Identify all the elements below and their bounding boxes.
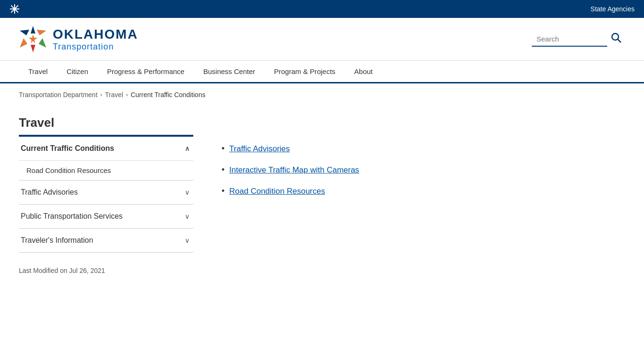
list-item-traffic-map: Interactive Traffic Map with Cameras [222,165,625,175]
state-agencies-link[interactable]: State Agencies [591,5,635,13]
breadcrumb-item-current: Current Traffic Conditions [131,91,205,99]
svg-marker-7 [39,38,46,48]
list-item-road-conditions: Road Condition Resources [222,186,625,196]
svg-marker-9 [20,38,27,48]
svg-point-13 [612,33,619,40]
last-modified: Last Modified on Jul 26, 2021 [19,267,193,274]
chevron-down-icon-advisories: ∨ [185,189,190,196]
sidebar-section-traffic-advisories: Traffic Advisories ∨ [19,181,193,205]
nav-item-program[interactable]: Program & Projects [264,61,345,82]
link-road-condition-resources[interactable]: Road Condition Resources [229,187,325,196]
nav-item-travel[interactable]: Travel [19,61,57,82]
chevron-down-icon-transport: ∨ [185,213,190,220]
sidebar-section-header-traveler-info[interactable]: Traveler's Information ∨ [19,229,193,252]
nav-item-business[interactable]: Business Center [194,61,264,82]
main-content-links: Traffic Advisories Interactive Traffic M… [222,115,625,274]
svg-marker-6 [37,30,46,35]
snowflake-icon [9,4,20,14]
logo-text: OKLAHOMA Transportation [53,27,138,52]
breadcrumb-chevron-1: › [100,91,102,98]
nav-item-citizen[interactable]: Citizen [57,61,98,82]
sidebar-subsection-road-conditions[interactable]: Road Condition Resources [19,160,193,180]
sidebar-title: Travel [19,115,193,130]
sidebar-section-traveler-info: Traveler's Information ∨ [19,229,193,253]
nav-item-progress[interactable]: Progress & Performance [98,61,194,82]
search-area [532,31,625,48]
content-area: Travel Current Traffic Conditions ∧ Road… [0,106,644,293]
site-header: OKLAHOMA Transportation [0,18,644,61]
search-button[interactable] [607,31,625,48]
breadcrumb: Transportation Department › Travel › Cur… [0,83,644,106]
top-bar: State Agencies [0,0,644,18]
top-bar-logo-area [9,4,20,14]
breadcrumb-item-travel[interactable]: Travel [105,91,123,99]
logo-oklahoma-text: OKLAHOMA [53,27,138,42]
chevron-up-icon: ∧ [185,145,190,152]
sidebar-section-header-current-traffic[interactable]: Current Traffic Conditions ∧ [19,137,193,160]
sidebar-section-current-traffic: Current Traffic Conditions ∧ Road Condit… [19,137,193,181]
link-traffic-advisories[interactable]: Traffic Advisories [229,144,290,154]
svg-point-4 [13,8,16,10]
sidebar-section-header-public-transport[interactable]: Public Transportation Services ∨ [19,205,193,228]
breadcrumb-item-department[interactable]: Transportation Department [19,91,98,99]
svg-line-14 [618,40,621,43]
sidebar-section-public-transport: Public Transportation Services ∨ [19,205,193,229]
oklahoma-logo-icon [19,25,47,53]
logo-transportation-text: Transportation [53,42,138,52]
svg-marker-10 [20,30,29,35]
logo-area: OKLAHOMA Transportation [19,25,138,53]
svg-marker-5 [31,26,35,33]
main-nav: Travel Citizen Progress & Performance Bu… [0,61,644,83]
link-interactive-traffic-map[interactable]: Interactive Traffic Map with Cameras [229,165,359,175]
search-input[interactable] [532,32,607,47]
breadcrumb-chevron-2: › [126,91,128,98]
nav-item-about[interactable]: About [345,61,382,82]
list-item-traffic-advisories: Traffic Advisories [222,144,625,154]
svg-marker-8 [31,45,35,52]
sidebar-section-header-traffic-advisories[interactable]: Traffic Advisories ∨ [19,181,193,204]
chevron-down-icon-traveler: ∨ [185,237,190,244]
sidebar: Travel Current Traffic Conditions ∧ Road… [19,115,193,274]
